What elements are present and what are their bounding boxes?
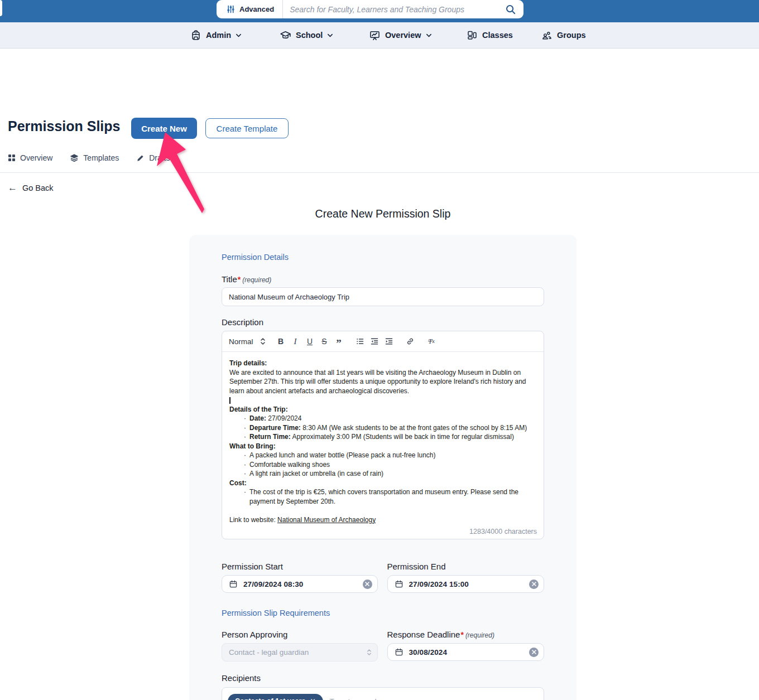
required-asterisk: * xyxy=(238,275,241,284)
bullet-dot: · xyxy=(244,423,249,433)
bullet-dot: · xyxy=(244,460,249,470)
main-content: Permission Slips Create New Create Templ… xyxy=(0,49,759,700)
tab-label: Templates xyxy=(83,153,119,162)
editor-line: ·Return Time: Approximately 3:00 PM (Stu… xyxy=(229,432,536,442)
permission-end-field[interactable]: 27/09/2024 15:00 xyxy=(387,575,545,593)
tab-label: Drafts xyxy=(149,153,170,162)
bullet-dot: · xyxy=(244,469,249,479)
create-new-button[interactable]: Create New xyxy=(131,118,197,139)
advanced-search-button[interactable]: Advanced xyxy=(217,0,283,18)
inline-link[interactable]: National Museum of Archaeology xyxy=(277,516,376,524)
permission-slip-form-card: Permission Details Title*(required) Desc… xyxy=(189,235,577,700)
nav-label: Admin xyxy=(206,31,231,40)
calendar-icon xyxy=(229,580,238,588)
title-input[interactable] xyxy=(222,287,544,306)
permission-start-label: Permission Start xyxy=(222,562,378,571)
editor-line xyxy=(229,395,536,405)
response-deadline-field[interactable]: 30/08/2024 xyxy=(387,643,545,661)
nav-label: Overview xyxy=(385,31,421,40)
link-button[interactable] xyxy=(403,335,417,348)
bullet-dot: · xyxy=(244,432,249,442)
advanced-label: Advanced xyxy=(239,5,274,13)
recipients-input[interactable]: Contacts of 1st years ✕ Type to search..… xyxy=(222,687,544,700)
editor-line: ·A light rain jacket or umbrella (in cas… xyxy=(229,469,536,479)
editor-content-lines[interactable]: Trip details:We are excited to announce … xyxy=(222,352,544,531)
editor-line: ·A packed lunch and water bottle (Please… xyxy=(229,451,536,460)
nav-item-admin[interactable]: Admin xyxy=(190,22,242,48)
person-approving-label: Person Approving xyxy=(222,630,378,639)
tab-label: Overview xyxy=(20,153,52,162)
recipients-placeholder: Type to search... xyxy=(330,697,386,700)
bullet-dot: · xyxy=(244,487,249,497)
stepper-icon xyxy=(260,337,266,345)
person-approving-select[interactable]: Contact - legal guardian xyxy=(222,643,378,662)
school-cap-icon xyxy=(280,30,291,41)
calendar-icon xyxy=(395,648,403,656)
blockquote-button[interactable]: ” xyxy=(332,335,346,348)
search-icon xyxy=(505,4,516,15)
editor-line: Link to website: National Museum of Arch… xyxy=(229,515,536,525)
go-back-link[interactable]: ← Go Back xyxy=(8,183,54,192)
format-value: Normal xyxy=(229,337,260,346)
required-hint: (required) xyxy=(242,276,271,284)
go-back-label: Go Back xyxy=(22,184,54,192)
nav-item-overview[interactable]: Overview xyxy=(369,22,432,48)
sliders-icon xyxy=(226,4,236,14)
section-requirements: Permission Slip Requirements xyxy=(222,609,544,617)
recipient-chip[interactable]: Contacts of 1st years ✕ xyxy=(228,694,323,700)
outdent-button[interactable] xyxy=(367,335,382,348)
italic-button[interactable]: I xyxy=(288,335,302,348)
clear-formatting-button[interactable]: Tx xyxy=(424,335,439,348)
global-search-bar: Advanced xyxy=(217,0,523,18)
character-counter: 1283/4000 characters xyxy=(469,528,537,535)
edge-panel-fragment xyxy=(0,0,2,16)
tab-overview[interactable]: Overview xyxy=(8,151,52,165)
chip-remove-icon[interactable]: ✕ xyxy=(310,698,315,700)
chevron-down-icon xyxy=(327,32,333,38)
bold-button[interactable]: B xyxy=(273,335,288,348)
pencil-icon xyxy=(136,154,145,162)
chevron-down-icon xyxy=(236,32,242,38)
underline-button[interactable]: U xyxy=(302,335,317,348)
search-input[interactable] xyxy=(283,0,505,18)
calendar-icon xyxy=(395,580,403,588)
editor-line: ·Departure Time: 8:30 AM (We ask student… xyxy=(229,423,536,433)
editor-line: Trip details: xyxy=(229,359,536,368)
page-title: Permission Slips xyxy=(8,118,120,134)
editor-line: ·The cost of the trip is €25, which cove… xyxy=(229,487,536,506)
tab-drafts[interactable]: Drafts xyxy=(136,151,170,165)
format-dropdown[interactable]: Normal xyxy=(229,337,266,346)
tab-templates[interactable]: Templates xyxy=(70,151,119,165)
editor-line: Cost: xyxy=(229,479,536,488)
create-template-button[interactable]: Create Template xyxy=(205,118,289,138)
main-navigation: Admin School Overview Classes xyxy=(0,22,759,49)
clear-icon[interactable] xyxy=(529,580,539,589)
permission-end-label: Permission End xyxy=(387,562,545,571)
stepper-icon xyxy=(367,649,372,656)
permission-start-value: 27/09/2024 08:30 xyxy=(243,580,303,588)
title-label: Title xyxy=(222,274,237,284)
response-deadline-value: 30/08/2024 xyxy=(409,648,448,656)
required-hint: (required) xyxy=(465,631,494,639)
chevron-down-icon xyxy=(426,32,432,38)
required-asterisk: * xyxy=(460,630,463,639)
permission-end-value: 27/09/2024 15:00 xyxy=(409,580,469,588)
search-submit-button[interactable] xyxy=(505,4,523,15)
clear-icon[interactable] xyxy=(363,580,372,589)
nav-label: School xyxy=(296,31,323,40)
backpack-icon xyxy=(190,30,201,41)
indent-button[interactable] xyxy=(382,335,396,348)
tab-bar: Overview Templates Drafts xyxy=(8,151,170,165)
clear-icon[interactable] xyxy=(529,648,539,657)
strikethrough-button[interactable]: S xyxy=(317,335,332,348)
description-editor[interactable]: Normal B I U S ” xyxy=(222,331,544,539)
editor-line: Details of the Trip: xyxy=(229,405,536,414)
nav-item-groups[interactable]: Groups xyxy=(541,22,586,48)
annotation-arrow xyxy=(151,125,212,218)
permission-start-field[interactable]: 27/09/2024 08:30 xyxy=(222,575,378,593)
presentation-icon xyxy=(369,30,381,41)
nav-item-classes[interactable]: Classes xyxy=(467,22,513,48)
back-arrow-icon: ← xyxy=(8,183,17,192)
bullet-list-button[interactable] xyxy=(353,335,367,348)
nav-item-school[interactable]: School xyxy=(280,22,333,48)
